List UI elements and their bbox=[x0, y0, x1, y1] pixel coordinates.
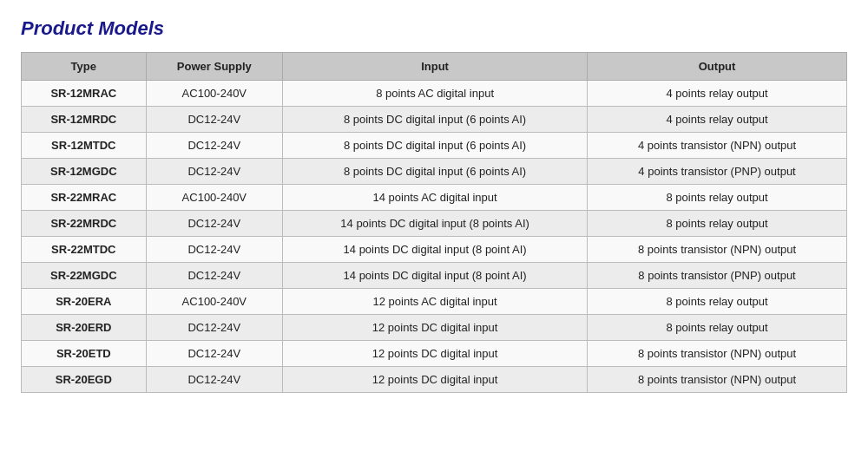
cell-output: 8 points relay output bbox=[588, 289, 847, 315]
cell-output: 4 points relay output bbox=[588, 107, 847, 133]
product-models-table: Type Power Supply Input Output SR-12MRAC… bbox=[21, 52, 847, 393]
cell-type: SR-20EGD bbox=[22, 367, 147, 393]
cell-type: SR-22MGDC bbox=[22, 263, 147, 289]
table-row: SR-12MRDCDC12-24V8 points DC digital inp… bbox=[22, 107, 847, 133]
cell-input: 12 points DC digital input bbox=[283, 341, 588, 367]
cell-type: SR-20ETD bbox=[22, 341, 147, 367]
table-row: SR-22MRDCDC12-24V14 points DC digital in… bbox=[22, 211, 847, 237]
cell-power: DC12-24V bbox=[146, 367, 282, 393]
cell-power: AC100-240V bbox=[146, 289, 282, 315]
cell-input: 12 points DC digital input bbox=[283, 367, 588, 393]
cell-power: DC12-24V bbox=[146, 237, 282, 263]
cell-type: SR-22MRAC bbox=[22, 185, 147, 211]
cell-output: 4 points transistor (PNP) output bbox=[588, 159, 847, 185]
cell-input: 8 points DC digital input (6 points AI) bbox=[283, 133, 588, 159]
cell-type: SR-12MRDC bbox=[22, 107, 147, 133]
col-header-output: Output bbox=[588, 53, 847, 81]
table-row: SR-22MTDCDC12-24V14 points DC digital in… bbox=[22, 237, 847, 263]
cell-type: SR-12MRAC bbox=[22, 81, 147, 107]
table-row: SR-20ETDDC12-24V12 points DC digital inp… bbox=[22, 341, 847, 367]
table-row: SR-20ERDDC12-24V12 points DC digital inp… bbox=[22, 315, 847, 341]
cell-power: DC12-24V bbox=[146, 133, 282, 159]
cell-type: SR-12MGDC bbox=[22, 159, 147, 185]
cell-output: 4 points transistor (NPN) output bbox=[588, 133, 847, 159]
cell-power: DC12-24V bbox=[146, 107, 282, 133]
col-header-input: Input bbox=[283, 53, 588, 81]
table-row: SR-22MRACAC100-240V14 points AC digital … bbox=[22, 185, 847, 211]
cell-input: 14 points AC digital input bbox=[283, 185, 588, 211]
col-header-type: Type bbox=[22, 53, 147, 81]
cell-output: 4 points relay output bbox=[588, 81, 847, 107]
table-row: SR-12MRACAC100-240V8 points AC digital i… bbox=[22, 81, 847, 107]
cell-power: AC100-240V bbox=[146, 185, 282, 211]
cell-type: SR-12MTDC bbox=[22, 133, 147, 159]
cell-output: 8 points transistor (NPN) output bbox=[588, 341, 847, 367]
table-row: SR-12MTDCDC12-24V8 points DC digital inp… bbox=[22, 133, 847, 159]
cell-power: DC12-24V bbox=[146, 341, 282, 367]
table-row: SR-20EGDDC12-24V12 points DC digital inp… bbox=[22, 367, 847, 393]
table-row: SR-22MGDCDC12-24V14 points DC digital in… bbox=[22, 263, 847, 289]
cell-output: 8 points relay output bbox=[588, 315, 847, 341]
cell-input: 8 points DC digital input (6 points AI) bbox=[283, 159, 588, 185]
cell-output: 8 points relay output bbox=[588, 211, 847, 237]
cell-input: 14 points DC digital input (8 point AI) bbox=[283, 237, 588, 263]
cell-type: SR-20ERA bbox=[22, 289, 147, 315]
cell-type: SR-22MTDC bbox=[22, 237, 147, 263]
col-header-power: Power Supply bbox=[146, 53, 282, 81]
cell-output: 8 points transistor (PNP) output bbox=[588, 263, 847, 289]
cell-input: 14 points DC digital input (8 points AI) bbox=[283, 211, 588, 237]
cell-input: 8 points DC digital input (6 points AI) bbox=[283, 107, 588, 133]
cell-output: 8 points relay output bbox=[588, 185, 847, 211]
cell-type: SR-22MRDC bbox=[22, 211, 147, 237]
cell-power: AC100-240V bbox=[146, 81, 282, 107]
cell-power: DC12-24V bbox=[146, 263, 282, 289]
cell-input: 12 points AC digital input bbox=[283, 289, 588, 315]
cell-type: SR-20ERD bbox=[22, 315, 147, 341]
cell-output: 8 points transistor (NPN) output bbox=[588, 237, 847, 263]
table-row: SR-20ERAAC100-240V12 points AC digital i… bbox=[22, 289, 847, 315]
page-title: Product Models bbox=[21, 17, 847, 40]
cell-output: 8 points transistor (NPN) output bbox=[588, 367, 847, 393]
cell-power: DC12-24V bbox=[146, 315, 282, 341]
cell-power: DC12-24V bbox=[146, 211, 282, 237]
cell-input: 14 points DC digital input (8 point AI) bbox=[283, 263, 588, 289]
cell-input: 8 points AC digital input bbox=[283, 81, 588, 107]
cell-input: 12 points DC digital input bbox=[283, 315, 588, 341]
table-row: SR-12MGDCDC12-24V8 points DC digital inp… bbox=[22, 159, 847, 185]
table-header-row: Type Power Supply Input Output bbox=[22, 53, 847, 81]
cell-power: DC12-24V bbox=[146, 159, 282, 185]
